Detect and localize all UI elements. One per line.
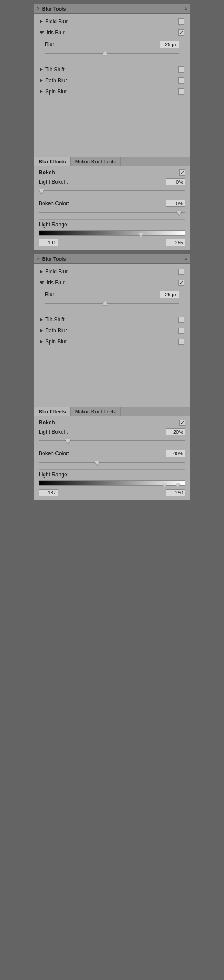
bokeh-checkbox[interactable]	[179, 169, 185, 176]
p2-field-blur-label: Field Blur	[45, 269, 68, 275]
p2-spin-blur-item: Spin Blur	[38, 336, 186, 347]
p2-blur-label: Blur:	[45, 291, 56, 298]
p2-light-range-values: 187 250	[39, 489, 185, 496]
p2-field-blur-item: Field Blur	[38, 266, 186, 277]
p2-blur-slider[interactable]	[45, 300, 179, 307]
panel-1-tabs: Blur Effects Motion Blur Effects	[34, 157, 190, 166]
p2-tab-motion-blur-effects[interactable]: Motion Blur Effects	[71, 407, 121, 416]
path-blur-item: Path Blur	[38, 75, 186, 86]
light-range-label: Light Range:	[39, 221, 69, 228]
panel-1-titlebar: × Blur Tools «	[34, 4, 190, 14]
collapse-icon[interactable]: «	[184, 6, 187, 11]
p2-path-blur-label: Path Blur	[45, 328, 67, 334]
iris-blur-label: Iris Blur	[47, 29, 65, 36]
iris-blur-checkbox[interactable]	[178, 29, 184, 36]
p2-light-bokeh-label: Light Bokeh:	[39, 429, 68, 435]
light-bokeh-label: Light Bokeh:	[39, 179, 68, 185]
iris-blur-item: Iris Blur	[38, 27, 186, 38]
tab-blur-effects[interactable]: Blur Effects	[34, 157, 71, 166]
p2-tilt-shift-expand-icon[interactable]	[40, 317, 43, 322]
p2-light-bokeh-slider[interactable]	[39, 437, 185, 444]
bokeh-label: Bokeh	[39, 169, 55, 176]
p2-tilt-shift-label: Tilt-Shift	[45, 317, 65, 323]
p2-blur-value[interactable]: 25 px	[160, 291, 179, 298]
p2-tab-blur-effects[interactable]: Blur Effects	[34, 407, 71, 416]
p2-path-blur-checkbox[interactable]	[178, 328, 184, 334]
panel-2-effects: Bokeh Light Bokeh: 20% Bokeh Color: 40%	[34, 416, 190, 500]
bokeh-color-slider[interactable]	[39, 209, 185, 216]
divider-2	[39, 219, 185, 220]
panel-2-title: Blur Tools	[42, 256, 66, 262]
p2-field-blur-expand-icon[interactable]	[40, 269, 43, 274]
p2-path-blur-item: Path Blur	[38, 325, 186, 336]
p2-spin-blur-label: Spin Blur	[45, 339, 67, 345]
p2-spin-blur-checkbox[interactable]	[178, 339, 184, 345]
p2-light-range-thumb-right[interactable]	[162, 483, 167, 487]
light-range-right-value[interactable]: 255	[166, 239, 185, 246]
light-bokeh-slider[interactable]	[39, 187, 185, 194]
tilt-shift-checkbox[interactable]	[178, 66, 184, 73]
light-bokeh-value[interactable]: 0%	[166, 178, 185, 185]
p2-iris-blur-item: Iris Blur	[38, 277, 186, 288]
tilt-shift-expand-icon[interactable]	[40, 67, 43, 72]
spin-blur-expand-icon[interactable]	[40, 89, 43, 94]
p2-light-range-label: Light Range:	[39, 472, 69, 478]
field-blur-item: Field Blur	[38, 16, 186, 27]
path-blur-checkbox[interactable]	[178, 77, 184, 84]
panel-2-empty-area	[34, 350, 190, 407]
spin-blur-checkbox[interactable]	[178, 88, 184, 95]
p2-divider-1	[39, 448, 185, 448]
p2-light-bokeh-row: Light Bokeh: 20%	[39, 428, 185, 435]
p2-iris-blur-expand-icon[interactable]	[40, 281, 44, 284]
p2-light-range-track[interactable]	[39, 479, 185, 486]
p2-bokeh-color-label: Bokeh Color:	[39, 450, 69, 457]
tab-motion-blur-effects[interactable]: Motion Blur Effects	[71, 157, 121, 166]
p2-iris-blur-expanded: Blur: 25 px	[38, 288, 186, 314]
p2-tilt-shift-checkbox[interactable]	[178, 317, 184, 323]
close-icon-2[interactable]: ×	[37, 256, 40, 261]
light-range-thumb-right[interactable]	[138, 233, 143, 237]
panel-2-tabs: Blur Effects Motion Blur Effects	[34, 407, 190, 416]
close-icon[interactable]: ×	[37, 6, 40, 11]
p2-light-range-right-value[interactable]: 250	[166, 489, 185, 496]
panel-2-blur-tools-list: Field Blur Iris Blur Blur: 25 px	[34, 264, 190, 350]
panel-2-titlebar: × Blur Tools «	[34, 254, 190, 264]
p2-light-range-left-value[interactable]: 187	[39, 489, 58, 496]
spin-blur-item: Spin Blur	[38, 86, 186, 97]
light-range-track[interactable]	[39, 229, 185, 236]
panel-1-effects: Bokeh Light Bokeh: 0% Bokeh Color: 0%	[34, 166, 190, 250]
light-bokeh-row: Light Bokeh: 0%	[39, 178, 185, 185]
p2-iris-blur-checkbox[interactable]	[178, 280, 184, 286]
tilt-shift-label: Tilt-Shift	[45, 66, 65, 73]
p2-bokeh-color-slider[interactable]	[39, 459, 185, 466]
bokeh-color-label: Bokeh Color:	[39, 200, 69, 206]
p2-spin-blur-expand-icon[interactable]	[40, 339, 43, 344]
spin-blur-label: Spin Blur	[45, 88, 67, 95]
p2-path-blur-expand-icon[interactable]	[40, 328, 43, 333]
bokeh-color-row: Bokeh Color: 0%	[39, 200, 185, 207]
field-blur-expand-icon[interactable]	[40, 19, 43, 24]
p2-light-range-thumb-far[interactable]	[175, 483, 180, 487]
p2-bokeh-color-value[interactable]: 40%	[166, 450, 185, 457]
p2-iris-blur-label: Iris Blur	[47, 280, 65, 286]
panel-1: × Blur Tools « Field Blur Iris Blur	[34, 4, 190, 250]
light-range-left-value[interactable]: 191	[39, 239, 58, 246]
p2-light-bokeh-value[interactable]: 20%	[166, 428, 185, 435]
collapse-icon-2[interactable]: «	[184, 256, 187, 261]
p2-bokeh-checkbox[interactable]	[179, 420, 185, 426]
p2-field-blur-checkbox[interactable]	[178, 269, 184, 275]
divider-1	[39, 198, 185, 198]
p2-tilt-shift-item: Tilt-Shift	[38, 314, 186, 325]
blur-value[interactable]: 25 px	[160, 41, 179, 48]
iris-blur-expand-icon[interactable]	[40, 31, 44, 34]
bokeh-row: Bokeh	[39, 169, 185, 176]
blur-slider[interactable]	[45, 50, 179, 57]
iris-blur-expanded: Blur: 25 px	[38, 38, 186, 64]
light-range-values: 191 255	[39, 239, 185, 246]
panel-2: × Blur Tools « Field Blur Iris Blur	[34, 254, 190, 500]
field-blur-checkbox[interactable]	[178, 18, 184, 25]
path-blur-expand-icon[interactable]	[40, 78, 43, 83]
field-blur-label: Field Blur	[45, 18, 68, 25]
p2-divider-2	[39, 469, 185, 470]
bokeh-color-value[interactable]: 0%	[166, 200, 185, 207]
